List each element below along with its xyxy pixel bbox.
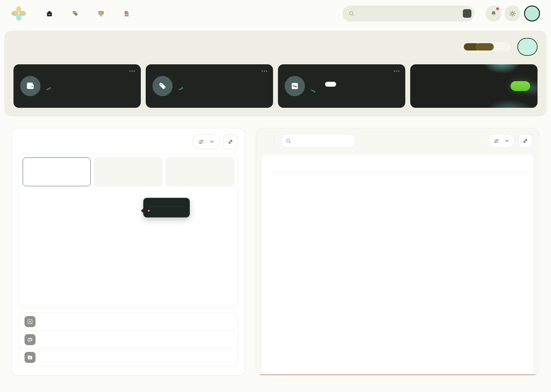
dashboard-app [0, 0, 551, 392]
user-avatar[interactable] [524, 6, 540, 21]
range-weekly[interactable] [475, 43, 494, 51]
hero-section [4, 31, 547, 116]
expand-panel-button[interactable] [223, 134, 238, 149]
trend-up-icon [179, 87, 183, 90]
notification-dot [496, 7, 500, 11]
tag-icon [72, 10, 79, 17]
expand-icon [523, 138, 528, 144]
home-icon [46, 10, 53, 17]
products-search-input[interactable] [295, 138, 341, 144]
last-period-dot [148, 210, 150, 212]
gear-icon [509, 10, 516, 17]
see-ai-actions-button[interactable] [511, 81, 530, 91]
nav-item-analytics[interactable] [98, 10, 107, 17]
search-input[interactable] [358, 11, 463, 16]
products-search[interactable] [280, 134, 356, 148]
trend-down-icon [311, 89, 316, 93]
nav-item-reports[interactable] [123, 10, 133, 17]
card-menu-button[interactable] [129, 70, 135, 72]
analytics-board-icon [98, 10, 104, 17]
chargeback-to-review-row[interactable] [19, 348, 238, 366]
tag-icon [152, 76, 173, 96]
range-toggle [462, 42, 511, 52]
churn-level-pill [325, 82, 336, 87]
metric-average-order-value[interactable] [23, 157, 91, 186]
quick-analytics-panel [12, 128, 245, 375]
card-menu-button[interactable] [394, 70, 399, 72]
view-selector-dropdown[interactable] [193, 134, 219, 149]
brand-logo-icon[interactable] [11, 6, 26, 21]
products-table [261, 153, 534, 375]
nav-item-home[interactable] [46, 10, 56, 17]
chart-tooltip [143, 198, 190, 217]
search-icon [348, 10, 355, 17]
total-sales-card [13, 64, 141, 108]
card-menu-button[interactable] [262, 70, 267, 72]
metric-low-stock-products[interactable] [166, 157, 234, 186]
task-list [19, 312, 238, 366]
products-panel [256, 128, 539, 375]
folder-star-icon [24, 352, 36, 363]
notifications-button[interactable] [485, 6, 501, 21]
settings-button[interactable] [504, 6, 520, 21]
package-down-icon [24, 316, 36, 327]
table-header [268, 154, 528, 173]
search-icon [286, 138, 291, 144]
orders-to-fulfill-row[interactable] [19, 313, 238, 330]
bell-icon [490, 10, 497, 17]
filter-dropdown[interactable] [488, 134, 515, 148]
top-navbar [0, 0, 551, 27]
sales-line-chart[interactable] [23, 189, 234, 303]
divider [274, 136, 274, 145]
expand-panel-button[interactable] [518, 134, 532, 148]
churn-card [278, 64, 405, 108]
ai-actions-card [410, 64, 538, 108]
chevron-down-icon [505, 140, 509, 142]
payments-to-capture-row[interactable] [19, 330, 238, 348]
slash-shortcut-badge [463, 9, 471, 18]
stat-cards-row [13, 64, 538, 108]
range-monthly[interactable] [494, 43, 510, 51]
report-file-icon [123, 10, 130, 17]
sliders-icon [198, 139, 204, 145]
wallet-icon [20, 76, 40, 96]
global-search[interactable] [342, 6, 474, 21]
nav-item-products[interactable] [72, 10, 82, 17]
sliders-icon [494, 138, 499, 144]
total-products-card [146, 64, 273, 108]
expand-icon [228, 139, 233, 145]
nav-menu [46, 10, 133, 17]
chevron-down-icon [210, 141, 214, 143]
metric-last-period-sales[interactable] [94, 157, 162, 186]
trend-up-icon [47, 87, 51, 90]
analytics-chart-box [19, 153, 238, 307]
payment-capture-icon [24, 334, 36, 345]
churn-trend-icon [285, 76, 305, 96]
add-product-batch-button[interactable] [517, 38, 538, 56]
